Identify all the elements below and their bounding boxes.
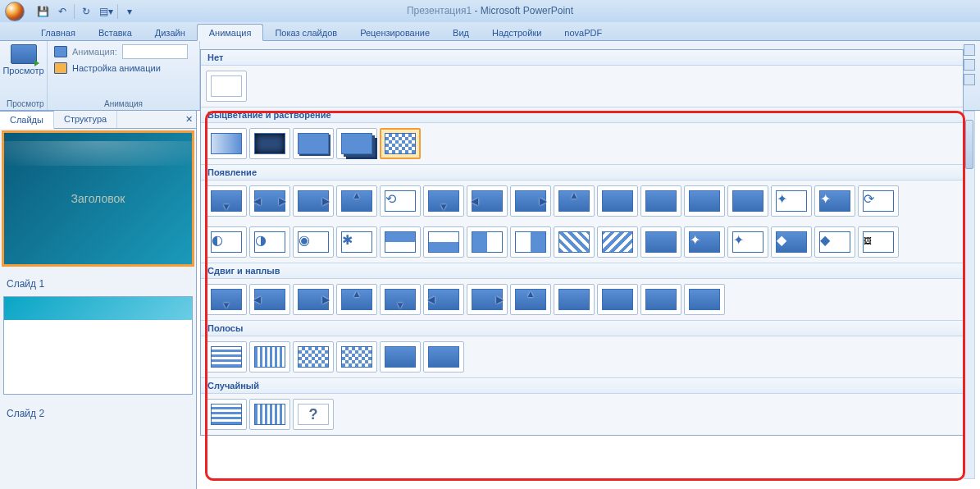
transition-push-7[interactable]: ▶ — [467, 284, 508, 315]
transition-stripes-3[interactable] — [293, 341, 334, 372]
preview-group-label: Просмотр — [7, 98, 40, 108]
transition-dissolve[interactable] — [380, 128, 421, 159]
transition-appear-14[interactable]: ✦ — [771, 185, 812, 217]
preview-button[interactable]: Просмотр — [7, 44, 40, 75]
transition-appear-15[interactable]: ✦ — [814, 185, 855, 217]
tab-review[interactable]: Рецензирование — [349, 25, 441, 40]
transition-appear-13[interactable] — [727, 185, 768, 217]
redo-button[interactable]: ↻ — [78, 3, 94, 20]
structure-tab[interactable]: Структура — [54, 111, 117, 128]
transition-appear-23[interactable] — [467, 226, 508, 258]
tab-slideshow[interactable]: Показ слайдов — [263, 25, 349, 40]
transition-appear-17[interactable]: ◐ — [206, 226, 247, 258]
qat-dropdown[interactable]: ▾ — [121, 3, 138, 20]
appear-row-2: ◐ ◑ ◉ ✱ ✦ ✦ ◆ ◆ 🖼 — [201, 222, 963, 263]
transition-appear-27[interactable] — [640, 226, 681, 258]
transition-push-3[interactable]: ▶ — [293, 284, 334, 315]
transition-fade-1[interactable] — [206, 128, 247, 159]
transition-appear-2[interactable]: ◀▶ — [249, 185, 290, 217]
transition-fade-4[interactable] — [336, 128, 377, 159]
transition-stripes-6[interactable] — [423, 341, 464, 372]
gallery-header-push: Сдвиг и наплыв — [201, 263, 963, 279]
transition-appear-25[interactable] — [554, 226, 595, 258]
transition-appear-31[interactable]: ◆ — [814, 226, 855, 258]
transition-push-5[interactable]: ▼ — [380, 284, 421, 315]
transition-appear-20[interactable]: ✱ — [336, 226, 377, 258]
slide-thumb-1[interactable]: Заголовок — [3, 132, 193, 265]
transition-appear-26[interactable] — [597, 226, 638, 258]
outline-panel: Слайды Структура ✕ Заголовок Слайд 1 Сла… — [0, 111, 197, 489]
transition-appear-10[interactable] — [597, 185, 638, 217]
transition-appear-3[interactable]: ▶ — [293, 185, 334, 217]
animation-label: Анимация: — [72, 47, 117, 57]
transition-stripes-1[interactable] — [206, 341, 247, 372]
transition-appear-16[interactable]: ⟳ — [858, 185, 899, 217]
undo-button[interactable]: ↶ — [54, 3, 71, 20]
transition-random-question[interactable]: ? — [293, 399, 334, 430]
gallery-scrollbar[interactable] — [964, 111, 975, 479]
transition-fade-2[interactable] — [249, 128, 290, 159]
tab-view[interactable]: Вид — [441, 25, 481, 40]
transition-appear-5[interactable]: ⟲ — [380, 185, 421, 217]
slide-thumb-2[interactable] — [3, 296, 193, 395]
transition-appear-11[interactable] — [640, 185, 681, 217]
transition-push-12[interactable] — [684, 284, 725, 315]
tab-insert[interactable]: Вставка — [87, 25, 144, 40]
tab-design[interactable]: Дизайн — [144, 25, 197, 40]
transition-appear-1[interactable]: ▼ — [206, 185, 247, 217]
transition-random-2[interactable] — [249, 399, 290, 430]
transition-appear-24[interactable] — [510, 226, 551, 258]
gallery-section-stripes: Полосы — [201, 321, 963, 378]
transition-push-1[interactable]: ▼ — [206, 284, 247, 315]
new-slide-button[interactable]: ▤▾ — [98, 3, 114, 20]
preview-group: Просмотр Просмотр — [0, 41, 48, 110]
tab-novapdf[interactable]: novaPDF — [553, 25, 613, 40]
close-outline-icon[interactable]: ✕ — [185, 114, 193, 125]
panel-icon-1[interactable] — [964, 44, 975, 56]
animation-combo[interactable] — [122, 44, 188, 59]
save-button[interactable]: 💾 — [34, 3, 51, 20]
transition-appear-32[interactable]: 🖼 — [858, 226, 899, 258]
panel-icon-3[interactable] — [964, 74, 975, 85]
transition-appear-8[interactable]: ▶ — [510, 185, 551, 217]
quick-access-toolbar: 💾 ↶ ↻ ▤▾ ▾ — [30, 3, 143, 20]
slides-tab[interactable]: Слайды — [0, 111, 54, 129]
tab-addins[interactable]: Надстройки — [481, 25, 553, 40]
panel-icon-2[interactable] — [964, 59, 975, 71]
transition-appear-9[interactable]: ▲ — [554, 185, 595, 217]
transition-push-11[interactable] — [640, 284, 681, 315]
transition-stripes-5[interactable] — [380, 341, 421, 372]
transition-push-10[interactable] — [597, 284, 638, 315]
gallery-section-random: Случайный ? — [201, 378, 963, 435]
transition-appear-12[interactable] — [684, 185, 725, 217]
transition-gallery: Нет Выцветание и растворение Появление — [200, 49, 964, 436]
transition-appear-21[interactable] — [380, 226, 421, 258]
custom-animation-button[interactable]: Настройка анимации — [54, 62, 193, 74]
transition-none[interactable] — [206, 71, 247, 102]
transition-random-1[interactable] — [206, 399, 247, 430]
transition-push-4[interactable]: ▲ — [336, 284, 377, 315]
transition-push-9[interactable] — [554, 284, 595, 315]
transition-push-2[interactable]: ◀ — [249, 284, 290, 315]
transition-appear-19[interactable]: ◉ — [293, 226, 334, 258]
transition-appear-28[interactable]: ✦ — [684, 226, 725, 258]
transition-appear-22[interactable] — [423, 226, 464, 258]
transition-appear-4[interactable]: ▲ — [336, 185, 377, 217]
transition-stripes-2[interactable] — [249, 341, 290, 372]
transition-appear-29[interactable]: ✦ — [727, 226, 768, 258]
transition-appear-30[interactable]: ◆ — [771, 226, 812, 258]
transition-appear-7[interactable]: ◀ — [467, 185, 508, 217]
office-button[interactable] — [0, 0, 30, 22]
transition-stripes-4[interactable] — [336, 341, 377, 372]
scrollbar-thumb[interactable] — [965, 120, 973, 169]
transition-appear-6[interactable]: ▼ — [423, 185, 464, 217]
window-title: Презентация1 - Microsoft PowerPoint — [407, 5, 573, 16]
gallery-section-none: Нет — [201, 50, 963, 107]
transition-push-6[interactable]: ◀ — [423, 284, 464, 315]
transition-push-8[interactable]: ▲ — [510, 284, 551, 315]
transition-fade-3[interactable] — [293, 128, 334, 159]
transition-appear-18[interactable]: ◑ — [249, 226, 290, 258]
tab-animation[interactable]: Анимация — [197, 24, 264, 41]
tab-home[interactable]: Главная — [30, 25, 87, 40]
gallery-header-none: Нет — [201, 50, 963, 66]
